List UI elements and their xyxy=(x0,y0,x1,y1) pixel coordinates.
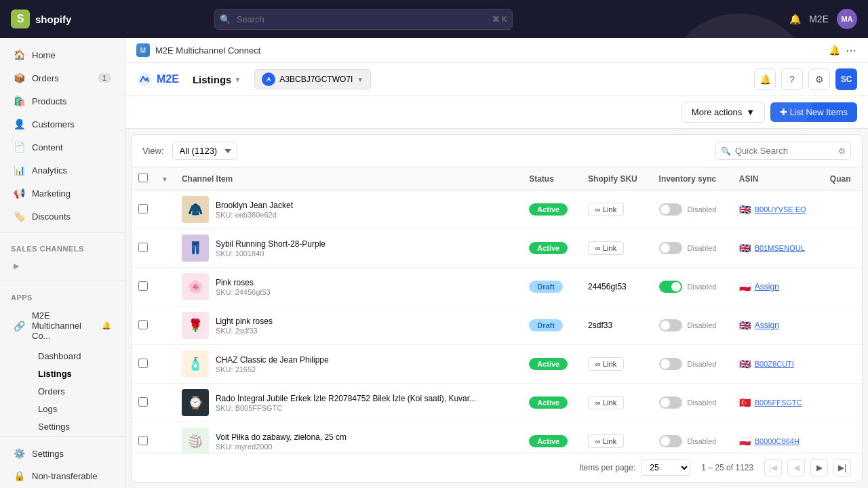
asin-link[interactable]: B00UYVSE EO xyxy=(755,205,806,214)
last-page-button[interactable]: ▶| xyxy=(833,459,851,476)
sidebar-item-listings[interactable]: Listings xyxy=(27,365,122,382)
account-selector[interactable]: A A3BCBJ7GCTWO7I ▼ xyxy=(254,69,371,89)
sidebar-item-products[interactable]: 🛍️ Products xyxy=(3,90,122,112)
sidebar-item-content[interactable]: 📄 Content xyxy=(3,136,122,158)
asin-value: 🇵🇱 Assign xyxy=(739,281,816,292)
toolbar-bell-button[interactable]: 🔔 xyxy=(754,68,776,90)
disabled-text: Disabled xyxy=(688,321,717,329)
shopify-sku-cell: 2sdf33 xyxy=(581,306,652,345)
select-all-checkbox[interactable] xyxy=(138,173,148,182)
channel-item-cell: 🌸 Pink roses SKU: 24456gt53 xyxy=(175,268,522,306)
sidebar-item-sales-channels[interactable]: ▶ xyxy=(3,256,122,276)
more-actions-button[interactable]: More actions ▼ xyxy=(682,102,765,123)
product-info: Brooklyn Jean Jacket SKU: eeb360e62d xyxy=(216,201,293,219)
row-checkbox[interactable] xyxy=(138,243,148,252)
inventory-toggle[interactable] xyxy=(659,396,682,409)
disabled-text: Disabled xyxy=(688,205,717,214)
view-select[interactable]: All (1123) Active Draft Inactive xyxy=(172,142,237,160)
row-checkbox[interactable] xyxy=(138,436,148,445)
filter-icon[interactable]: ⚙ xyxy=(838,146,846,156)
sidebar-item-home[interactable]: 🏠 Home xyxy=(3,44,122,66)
search-input[interactable] xyxy=(214,9,513,30)
sidebar-item-plugin-settings[interactable]: Settings xyxy=(27,418,122,435)
sidebar-item-marketing[interactable]: 📢 Marketing xyxy=(3,182,122,204)
link-button[interactable]: ∞ Link xyxy=(588,241,624,255)
row-checkbox[interactable] xyxy=(138,204,148,214)
product-name: Pink roses xyxy=(216,278,271,287)
list-new-items-button[interactable]: ✚ List New Items xyxy=(770,102,857,122)
sidebar-item-settings[interactable]: ⚙️ Settings xyxy=(3,443,122,464)
link-button[interactable]: ∞ Link xyxy=(588,434,624,448)
link-button[interactable]: ∞ Link xyxy=(588,396,624,409)
inventory-toggle[interactable] xyxy=(659,435,682,447)
row-checkbox[interactable] xyxy=(138,320,148,329)
expand-chevron-icon: ▼ xyxy=(161,176,168,183)
plugin-more-icon[interactable]: ⋯ xyxy=(846,44,857,57)
prev-page-button[interactable]: ◀ xyxy=(787,459,805,476)
per-page-select[interactable]: 25 50 100 xyxy=(641,460,690,476)
product-info: Pink roses SKU: 24456gt53 xyxy=(216,278,271,296)
plugin-bell-icon[interactable]: 🔔 xyxy=(829,45,840,56)
sidebar-item-label: Content xyxy=(32,142,63,152)
inventory-toggle[interactable] xyxy=(659,281,682,293)
asin-link[interactable]: B005FFSGTC xyxy=(755,399,802,407)
inventory-toggle[interactable] xyxy=(659,319,682,331)
row-expand-cell xyxy=(155,268,175,306)
sidebar-item-orders[interactable]: 📦 Orders 1 xyxy=(3,67,122,89)
row-checkbox[interactable] xyxy=(138,359,148,368)
sidebar-item-discounts[interactable]: 🏷️ Discounts xyxy=(3,205,122,227)
expand-icon: ▶ xyxy=(14,262,19,270)
toolbar-settings-button[interactable]: ⚙ xyxy=(808,68,830,90)
listings-dropdown[interactable]: Listings ▼ xyxy=(187,71,246,88)
asin-link[interactable]: B01MSENOUL xyxy=(755,244,805,252)
asin-link[interactable]: B00Z6CUTI xyxy=(755,360,794,368)
inventory-toggle[interactable] xyxy=(659,242,682,254)
product-thumbnail: 🌹 xyxy=(182,312,209,339)
sidebar-footer: ⚙️ Settings 🔒 Non-transferable xyxy=(0,436,125,488)
sidebar-sub-menu: Dashboard Listings Orders Logs Settings xyxy=(0,347,125,436)
user-avatar[interactable]: MA xyxy=(837,9,857,29)
asin-link[interactable]: B0000C864H xyxy=(755,437,800,445)
row-checkbox[interactable] xyxy=(138,281,148,291)
assign-link[interactable]: Assign xyxy=(755,321,779,330)
sidebar-item-logs[interactable]: Logs xyxy=(27,401,122,418)
toolbar-help-button[interactable]: ? xyxy=(781,68,803,90)
sidebar-item-label: Products xyxy=(32,96,66,106)
country-flag-icon: 🇵🇱 xyxy=(739,281,751,292)
quick-search-input[interactable] xyxy=(715,142,851,160)
inventory-sync-cell: Disabled xyxy=(652,384,732,422)
plugin-settings-label: Settings xyxy=(38,422,70,432)
inventory-toggle[interactable] xyxy=(659,358,682,370)
sc-badge[interactable]: SC xyxy=(835,68,857,90)
inventory-toggle[interactable] xyxy=(659,203,682,216)
link-button[interactable]: ∞ Link xyxy=(588,357,624,371)
sidebar-item-non-transferable[interactable]: 🔒 Non-transferable xyxy=(3,465,122,487)
shopify-sku-cell: ∞ Link xyxy=(581,345,652,384)
assign-link[interactable]: Assign xyxy=(755,282,779,291)
product-name: CHAZ Classic de Jean Philippe xyxy=(216,355,329,365)
product-cell: ⌚ Rado İntegral Jubile Erkek İzle R20784… xyxy=(182,389,515,416)
action-row: More actions ▼ ✚ List New Items xyxy=(125,96,868,129)
row-checkbox[interactable] xyxy=(138,397,148,407)
row-expand-cell xyxy=(155,422,175,453)
sidebar-divider xyxy=(0,232,125,232)
toolbar-right: 🔔 ? ⚙ SC xyxy=(754,68,857,90)
product-info: Light pink roses SKU: 2sdf33 xyxy=(216,317,273,335)
shopify-logo[interactable]: S shopify xyxy=(11,9,71,28)
sidebar-item-m2e[interactable]: 🔗 M2E Multichannel Co... 🔔 xyxy=(3,305,122,346)
table-row: 🌹 Light pink roses SKU: 2sdf33 Draft2sdf… xyxy=(132,306,862,345)
plugin-title-text: M2E Multichannel Connect xyxy=(155,45,260,56)
sidebar-item-customers[interactable]: 👤 Customers xyxy=(3,113,122,135)
notification-bell-icon[interactable]: 🔔 xyxy=(789,14,801,24)
inventory-toggle-wrap: Disabled xyxy=(659,281,726,293)
sidebar-item-plugin-orders[interactable]: Orders xyxy=(27,383,122,400)
sidebar-item-analytics[interactable]: 📊 Analytics xyxy=(3,159,122,181)
sidebar-item-dashboard[interactable]: Dashboard xyxy=(27,348,122,365)
quantity-cell xyxy=(823,306,862,345)
channel-item-cell: 🌹 Light pink roses SKU: 2sdf33 xyxy=(175,306,522,345)
first-page-button[interactable]: |◀ xyxy=(764,459,782,476)
shopify-logo-icon: S xyxy=(11,9,30,28)
link-button[interactable]: ∞ Link xyxy=(588,203,624,216)
next-page-button[interactable]: ▶ xyxy=(810,459,828,476)
m2e-logo[interactable]: M2E xyxy=(136,71,179,87)
